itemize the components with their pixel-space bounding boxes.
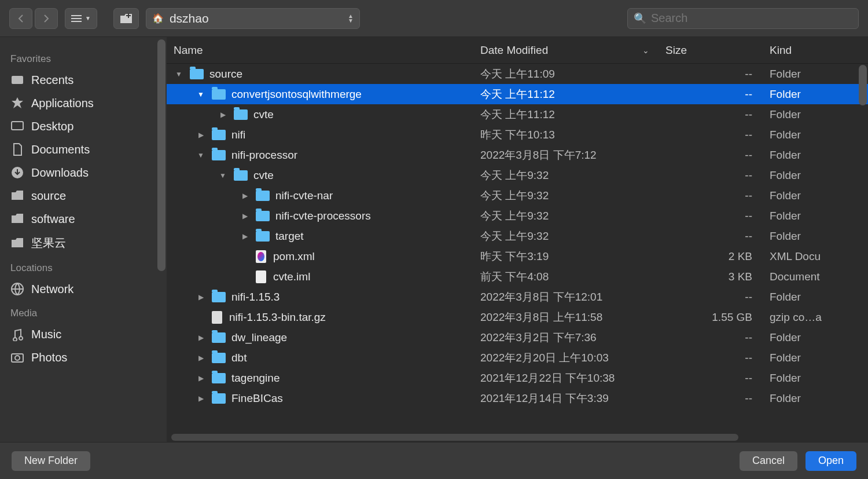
scrollbar-thumb[interactable]	[171, 434, 738, 441]
disclosure-right-icon[interactable]: ▶	[196, 293, 206, 301]
folder-icon	[234, 170, 248, 181]
folder-plus-icon	[120, 13, 133, 24]
table-row[interactable]: ▶nifi-cvte-processors今天 上午9:32--Folder	[167, 206, 868, 226]
chevron-down-icon: ▼	[85, 15, 91, 21]
table-row[interactable]: ▶FineBICas2021年12月14日 下午3:39--Folder	[167, 388, 868, 408]
file-name: pom.xml	[273, 250, 315, 263]
cell-name: nifi-1.15.3-bin.tar.gz	[167, 311, 473, 324]
disclosure-down-icon[interactable]: ▼	[196, 90, 206, 98]
table-row[interactable]: ▶dbt2022年2月20日 上午10:03--Folder	[167, 348, 868, 368]
cell-name: ▶cvte	[167, 108, 473, 121]
table-row[interactable]: ▶dw_lineage2022年3月2日 下午7:36--Folder	[167, 327, 868, 348]
folder-icon	[212, 353, 226, 363]
file-icon	[256, 270, 266, 283]
vertical-scrollbar[interactable]	[859, 65, 867, 105]
table-row[interactable]: ▶nifi-1.15.32022年3月8日 下午12:01--Folder	[167, 287, 868, 307]
sidebar-item-software[interactable]: software	[0, 207, 167, 231]
column-label: Name	[174, 44, 203, 56]
table-row[interactable]: pom.xml昨天 下午3:192 KBXML Docu	[167, 246, 868, 266]
table-row[interactable]: ▶cvte今天 上午11:12--Folder	[167, 104, 868, 125]
disclosure-down-icon[interactable]: ▼	[196, 151, 206, 159]
search-input[interactable]	[651, 12, 852, 25]
sidebar-scrollbar[interactable]	[157, 39, 165, 271]
disclosure-right-icon[interactable]: ▶	[240, 212, 250, 220]
column-name[interactable]: Name	[167, 44, 473, 57]
cell-kind: Folder	[763, 230, 868, 243]
cell-name: ▶nifi-cvte-nar	[167, 189, 473, 202]
sidebar-item-photos[interactable]: Photos	[0, 346, 167, 369]
disclosure-down-icon[interactable]: ▼	[174, 70, 184, 78]
open-button[interactable]: Open	[806, 451, 856, 471]
back-button[interactable]	[9, 8, 32, 29]
disclosure-right-icon[interactable]: ▶	[196, 394, 206, 403]
cancel-button[interactable]: Cancel	[740, 451, 797, 471]
file-name: FineBICas	[231, 392, 283, 405]
file-name: nifi-processor	[231, 149, 297, 162]
view-mode-button[interactable]: ▼	[65, 8, 97, 29]
sidebar-item-applications[interactable]: Applications	[0, 92, 167, 115]
search-field[interactable]: 🔍	[627, 8, 859, 29]
cell-size: --	[659, 149, 763, 162]
table-row[interactable]: ▶target今天 上午9:32--Folder	[167, 226, 868, 246]
sidebar-item-label: Photos	[31, 351, 67, 364]
svg-rect-5	[12, 76, 23, 84]
cell-kind: Folder	[763, 108, 868, 121]
disclosure-down-icon[interactable]: ▼	[218, 171, 228, 180]
clock-icon	[10, 73, 24, 87]
new-folder-toolbar-button[interactable]	[113, 8, 139, 29]
cell-name: ▼source	[167, 68, 473, 81]
cell-kind: Folder	[763, 331, 868, 344]
sidebar-item-label: Downloads	[31, 166, 89, 180]
sidebar-item-music[interactable]: Music	[0, 323, 167, 346]
cell-size: --	[659, 88, 763, 101]
folder-icon	[256, 211, 270, 221]
disclosure-right-icon[interactable]: ▶	[196, 374, 206, 382]
horizontal-scrollbar[interactable]	[167, 433, 868, 442]
sidebar-item-downloads[interactable]: Downloads	[0, 161, 167, 184]
cell-name: ▶FineBICas	[167, 392, 473, 405]
cell-name: ▶dw_lineage	[167, 331, 473, 344]
file-name: target	[275, 230, 304, 243]
path-selector[interactable]: 🏠 dszhao ▲▼	[146, 8, 360, 29]
cell-name: ▼convertjsontosqlwithmerge	[167, 88, 473, 101]
forward-button[interactable]	[35, 8, 58, 29]
home-icon: 🏠	[152, 13, 164, 24]
folder-icon	[212, 150, 226, 160]
sidebar-heading-media: Media	[0, 301, 167, 323]
table-row[interactable]: nifi-1.15.3-bin.tar.gz2022年3月8日 上午11:581…	[167, 307, 868, 327]
disclosure-right-icon[interactable]: ▶	[240, 192, 250, 200]
camera-icon	[10, 350, 24, 364]
sidebar-item-documents[interactable]: Documents	[0, 138, 167, 161]
sidebar-item-label: source	[31, 189, 66, 203]
table-row[interactable]: ▼convertjsontosqlwithmerge今天 上午11:12--Fo…	[167, 84, 868, 104]
table-row[interactable]: cvte.iml前天 下午4:083 KBDocument	[167, 266, 868, 287]
table-row[interactable]: ▼cvte今天 上午9:32--Folder	[167, 165, 868, 185]
disclosure-right-icon[interactable]: ▶	[196, 354, 206, 362]
cell-size: --	[659, 352, 763, 364]
disclosure-right-icon[interactable]: ▶	[196, 334, 206, 342]
sidebar-item-nutcloud[interactable]: 坚果云	[0, 231, 167, 255]
table-row[interactable]: ▼nifi-processor2022年3月8日 下午7:12--Folder	[167, 145, 868, 165]
cell-name: cvte.iml	[167, 270, 473, 283]
new-folder-button[interactable]: New Folder	[12, 451, 90, 471]
cell-date: 今天 上午9:32	[473, 168, 659, 183]
sidebar-item-desktop[interactable]: Desktop	[0, 115, 167, 138]
column-size[interactable]: Size	[659, 44, 763, 57]
disclosure-right-icon[interactable]: ▶	[240, 232, 250, 240]
column-date-modified[interactable]: Date Modified⌄	[473, 44, 659, 57]
column-kind[interactable]: Kind	[763, 44, 868, 57]
cell-date: 今天 上午9:32	[473, 229, 659, 244]
table-row[interactable]: ▶tagengine2021年12月22日 下午10:38--Folder	[167, 368, 868, 388]
cell-name: ▶dbt	[167, 352, 473, 364]
disclosure-right-icon[interactable]: ▶	[196, 131, 206, 139]
folder-icon	[234, 109, 248, 120]
cell-kind: Folder	[763, 169, 868, 182]
table-row[interactable]: ▶nifi-cvte-nar今天 上午9:32--Folder	[167, 185, 868, 206]
table-row[interactable]: ▼source今天 上午11:09--Folder	[167, 64, 868, 84]
sidebar-item-network[interactable]: Network	[0, 277, 167, 301]
sidebar-item-recents[interactable]: Recents	[0, 68, 167, 92]
disclosure-right-icon[interactable]: ▶	[218, 111, 228, 119]
table-row[interactable]: ▶nifi昨天 下午10:13--Folder	[167, 125, 868, 145]
sidebar-item-source[interactable]: source	[0, 184, 167, 207]
cell-date: 2022年3月8日 下午12:01	[473, 290, 659, 305]
